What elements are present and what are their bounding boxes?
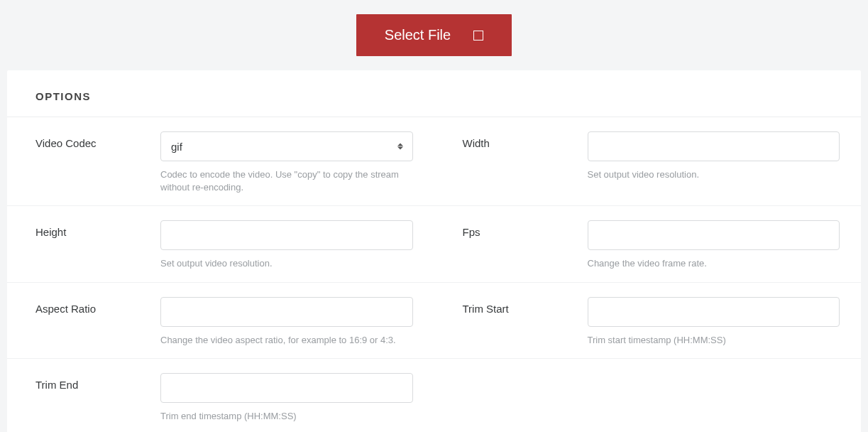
trim-start-label: Trim Start	[463, 297, 588, 315]
file-icon	[473, 31, 483, 40]
option-width: Width Set output video resolution.	[434, 117, 862, 206]
trim-start-help: Trim start timestamp (HH:MM:SS)	[588, 334, 840, 347]
trim-end-help: Trim end timestamp (HH:MM:SS)	[160, 410, 413, 423]
option-trim-start: Trim Start Trim start timestamp (HH:MM:S…	[434, 283, 862, 359]
fps-input[interactable]	[588, 220, 840, 250]
trim-start-input[interactable]	[588, 297, 840, 327]
option-aspect-ratio: Aspect Ratio Change the video aspect rat…	[7, 283, 434, 359]
aspect-ratio-label: Aspect Ratio	[35, 297, 160, 315]
options-panel: OPTIONS Video Codec gif Codec to encode …	[7, 70, 861, 432]
select-file-button[interactable]: Select File	[356, 14, 512, 56]
height-input[interactable]	[160, 220, 413, 250]
height-label: Height	[35, 220, 160, 238]
video-codec-help: Codec to encode the video. Use "copy" to…	[160, 168, 413, 194]
panel-title: OPTIONS	[35, 90, 833, 102]
fps-label: Fps	[463, 220, 588, 238]
option-height: Height Set output video resolution.	[7, 206, 434, 282]
aspect-ratio-help: Change the video aspect ratio, for examp…	[160, 334, 413, 347]
option-fps: Fps Change the video frame rate.	[434, 206, 862, 282]
option-video-codec: Video Codec gif Codec to encode the vide…	[7, 117, 434, 206]
height-help: Set output video resolution.	[160, 257, 413, 270]
options-grid: Video Codec gif Codec to encode the vide…	[7, 117, 861, 432]
aspect-ratio-input[interactable]	[160, 297, 413, 327]
width-label: Width	[463, 131, 588, 149]
width-help: Set output video resolution.	[588, 168, 840, 181]
panel-header: OPTIONS	[7, 70, 861, 117]
trim-end-label: Trim End	[35, 373, 160, 391]
video-codec-label: Video Codec	[35, 131, 160, 149]
select-file-label: Select File	[385, 27, 451, 43]
trim-end-input[interactable]	[160, 373, 413, 403]
fps-help: Change the video frame rate.	[588, 257, 840, 270]
width-input[interactable]	[588, 131, 840, 161]
video-codec-select[interactable]: gif	[160, 131, 413, 161]
option-trim-end: Trim End Trim end timestamp (HH:MM:SS)	[7, 359, 434, 432]
